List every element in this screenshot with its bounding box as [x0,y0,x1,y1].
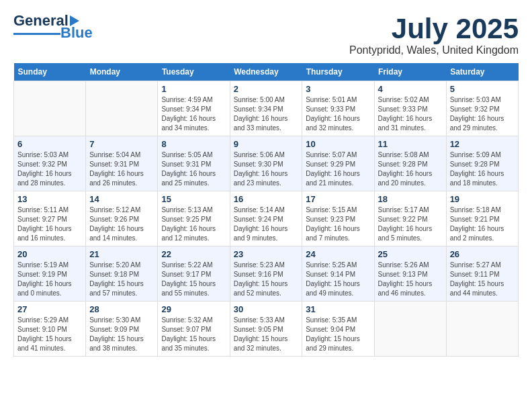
day-number: 20 [17,249,82,259]
day-cell: 26Sunrise: 5:27 AM Sunset: 9:11 PM Dayli… [446,246,518,302]
day-details: Sunrise: 5:01 AM Sunset: 9:33 PM Dayligh… [306,95,370,133]
week-row-4: 20Sunrise: 5:19 AM Sunset: 9:19 PM Dayli… [14,246,519,302]
week-row-5: 27Sunrise: 5:29 AM Sunset: 9:10 PM Dayli… [14,302,519,357]
day-cell: 21Sunrise: 5:20 AM Sunset: 9:18 PM Dayli… [86,246,158,302]
week-row-2: 6Sunrise: 5:03 AM Sunset: 9:32 PM Daylig… [14,136,519,191]
week-row-3: 13Sunrise: 5:11 AM Sunset: 9:27 PM Dayli… [14,191,519,246]
day-cell: 15Sunrise: 5:13 AM Sunset: 9:25 PM Dayli… [158,191,230,246]
logo-line [13,33,60,35]
location-text: Pontypridd, Wales, United Kingdom [349,44,519,56]
day-number: 4 [378,84,443,94]
col-wednesday: Wednesday [230,63,302,81]
day-details: Sunrise: 5:05 AM Sunset: 9:31 PM Dayligh… [161,150,226,188]
day-details: Sunrise: 5:27 AM Sunset: 9:11 PM Dayligh… [450,261,515,298]
day-cell: 18Sunrise: 5:17 AM Sunset: 9:22 PM Dayli… [374,191,446,246]
day-cell: 11Sunrise: 5:08 AM Sunset: 9:28 PM Dayli… [374,136,446,191]
day-cell [374,302,446,357]
month-title: July 2025 [349,13,519,44]
day-number: 24 [306,249,370,259]
day-number: 11 [378,139,443,149]
day-cell: 12Sunrise: 5:09 AM Sunset: 9:28 PM Dayli… [446,136,518,191]
col-friday: Friday [374,63,446,81]
day-cell: 22Sunrise: 5:22 AM Sunset: 9:17 PM Dayli… [158,246,230,302]
day-number: 30 [234,304,299,314]
day-details: Sunrise: 5:30 AM Sunset: 9:09 PM Dayligh… [89,316,154,353]
day-cell: 28Sunrise: 5:30 AM Sunset: 9:09 PM Dayli… [86,302,158,357]
day-number: 12 [450,139,515,149]
day-number: 21 [89,249,154,259]
day-details: Sunrise: 5:07 AM Sunset: 9:29 PM Dayligh… [306,150,370,188]
day-cell: 30Sunrise: 5:33 AM Sunset: 9:05 PM Dayli… [230,302,302,357]
day-cell: 25Sunrise: 5:26 AM Sunset: 9:13 PM Dayli… [374,246,446,302]
col-thursday: Thursday [302,63,374,81]
day-cell: 2Sunrise: 5:00 AM Sunset: 9:34 PM Daylig… [230,81,302,136]
day-cell: 19Sunrise: 5:18 AM Sunset: 9:21 PM Dayli… [446,191,518,246]
day-details: Sunrise: 5:02 AM Sunset: 9:33 PM Dayligh… [378,95,443,133]
day-details: Sunrise: 5:22 AM Sunset: 9:17 PM Dayligh… [161,261,226,298]
day-number: 22 [161,249,226,259]
day-cell: 8Sunrise: 5:05 AM Sunset: 9:31 PM Daylig… [158,136,230,191]
logo-blue: Blue [60,26,93,40]
day-details: Sunrise: 5:03 AM Sunset: 9:32 PM Dayligh… [17,150,82,188]
day-number: 28 [89,304,154,314]
day-number: 1 [161,84,226,94]
day-cell: 29Sunrise: 5:32 AM Sunset: 9:07 PM Dayli… [158,302,230,357]
day-number: 18 [378,194,443,204]
day-details: Sunrise: 5:25 AM Sunset: 9:14 PM Dayligh… [306,261,370,298]
col-tuesday: Tuesday [158,63,230,81]
day-number: 7 [89,139,154,149]
col-monday: Monday [86,63,158,81]
day-number: 15 [161,194,226,204]
day-cell: 24Sunrise: 5:25 AM Sunset: 9:14 PM Dayli… [302,246,374,302]
day-number: 9 [234,139,299,149]
day-cell [446,302,518,357]
day-details: Sunrise: 5:09 AM Sunset: 9:28 PM Dayligh… [450,150,515,188]
day-number: 29 [161,304,226,314]
day-details: Sunrise: 5:18 AM Sunset: 9:21 PM Dayligh… [450,205,515,243]
day-cell: 17Sunrise: 5:15 AM Sunset: 9:23 PM Dayli… [302,191,374,246]
day-number: 10 [306,139,370,149]
day-details: Sunrise: 5:19 AM Sunset: 9:19 PM Dayligh… [17,261,82,298]
day-details: Sunrise: 5:08 AM Sunset: 9:28 PM Dayligh… [378,150,443,188]
day-details: Sunrise: 5:17 AM Sunset: 9:22 PM Dayligh… [378,205,443,243]
day-cell: 1Sunrise: 4:59 AM Sunset: 9:34 PM Daylig… [158,81,230,136]
day-cell: 7Sunrise: 5:04 AM Sunset: 9:31 PM Daylig… [86,136,158,191]
day-cell: 16Sunrise: 5:14 AM Sunset: 9:24 PM Dayli… [230,191,302,246]
day-cell: 13Sunrise: 5:11 AM Sunset: 9:27 PM Dayli… [14,191,86,246]
day-cell: 14Sunrise: 5:12 AM Sunset: 9:26 PM Dayli… [86,191,158,246]
calendar-table: Sunday Monday Tuesday Wednesday Thursday… [13,63,519,357]
header-row: Sunday Monday Tuesday Wednesday Thursday… [14,63,519,81]
day-number: 31 [306,304,370,314]
day-details: Sunrise: 5:06 AM Sunset: 9:30 PM Dayligh… [234,150,299,188]
col-saturday: Saturday [446,63,518,81]
day-details: Sunrise: 5:14 AM Sunset: 9:24 PM Dayligh… [234,205,299,243]
day-details: Sunrise: 5:15 AM Sunset: 9:23 PM Dayligh… [306,205,370,243]
day-cell: 31Sunrise: 5:35 AM Sunset: 9:04 PM Dayli… [302,302,374,357]
day-details: Sunrise: 5:32 AM Sunset: 9:07 PM Dayligh… [161,316,226,353]
day-details: Sunrise: 5:23 AM Sunset: 9:16 PM Dayligh… [234,261,299,298]
day-details: Sunrise: 5:12 AM Sunset: 9:26 PM Dayligh… [89,205,154,243]
day-details: Sunrise: 5:00 AM Sunset: 9:34 PM Dayligh… [234,95,299,133]
day-cell: 6Sunrise: 5:03 AM Sunset: 9:32 PM Daylig… [14,136,86,191]
day-number: 17 [306,194,370,204]
day-number: 27 [17,304,82,314]
day-details: Sunrise: 5:29 AM Sunset: 9:10 PM Dayligh… [17,316,82,353]
day-number: 14 [89,194,154,204]
day-number: 13 [17,194,82,204]
day-cell: 9Sunrise: 5:06 AM Sunset: 9:30 PM Daylig… [230,136,302,191]
day-details: Sunrise: 5:20 AM Sunset: 9:18 PM Dayligh… [89,261,154,298]
day-cell: 23Sunrise: 5:23 AM Sunset: 9:16 PM Dayli… [230,246,302,302]
day-details: Sunrise: 5:11 AM Sunset: 9:27 PM Dayligh… [17,205,82,243]
day-cell: 10Sunrise: 5:07 AM Sunset: 9:29 PM Dayli… [302,136,374,191]
day-details: Sunrise: 5:35 AM Sunset: 9:04 PM Dayligh… [306,316,370,353]
logo: General Blue [13,13,93,40]
day-number: 23 [234,249,299,259]
page-header: General Blue July 2025 Pontypridd, Wales… [13,13,519,56]
day-number: 3 [306,84,370,94]
day-number: 25 [378,249,443,259]
day-number: 6 [17,139,82,149]
day-details: Sunrise: 5:26 AM Sunset: 9:13 PM Dayligh… [378,261,443,298]
day-details: Sunrise: 5:33 AM Sunset: 9:05 PM Dayligh… [234,316,299,353]
day-cell: 3Sunrise: 5:01 AM Sunset: 9:33 PM Daylig… [302,81,374,136]
day-cell: 20Sunrise: 5:19 AM Sunset: 9:19 PM Dayli… [14,246,86,302]
